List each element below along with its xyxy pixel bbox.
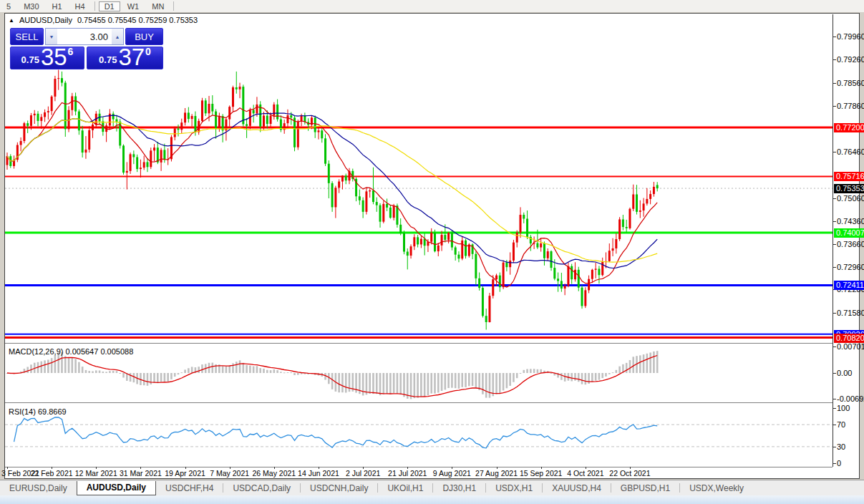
- date-axis-label: 7 May 2021: [210, 469, 249, 478]
- buy-price-display[interactable]: 0.75 37 0: [87, 47, 163, 69]
- price-axis-label: 0.77860: [837, 102, 864, 111]
- rsi-axis-label: 100: [837, 404, 850, 413]
- axis-tick: [833, 425, 836, 425]
- rsi-canvas[interactable]: [5, 404, 833, 467]
- axis-tick: [833, 37, 836, 37]
- date-axis-label: 27 Aug 2021: [475, 469, 518, 478]
- chart-tab-usdchf-h4[interactable]: USDCHF,H4: [156, 482, 223, 495]
- price-axis-label: 0.71580: [837, 309, 864, 318]
- rsi-axis-label: 0: [837, 459, 841, 468]
- axis-tick: [833, 59, 836, 60]
- axis-tick: [833, 346, 836, 347]
- date-axis-label: 12 Mar 2021: [75, 469, 117, 478]
- pane-splitter-2-highlight: [5, 403, 833, 404]
- chart-tab-usdcnh-daily[interactable]: USDCNH,Daily: [301, 482, 377, 495]
- chart-symbol-label: AUDUSD,Daily: [19, 16, 72, 24]
- macd-axis-label: 0.00: [837, 369, 852, 378]
- axis-tick: [833, 152, 836, 152]
- toolbar-separator: [173, 1, 174, 11]
- date-axis-label: 15 Sep 2021: [520, 469, 563, 478]
- axis-tick: [833, 313, 836, 314]
- timeframe-button-mn[interactable]: MN: [146, 1, 170, 11]
- timeframe-button-h1[interactable]: H1: [47, 1, 68, 11]
- date-axis-label: 2 Jul 2021: [346, 469, 380, 478]
- axis-tick: [833, 408, 836, 409]
- price-axis-label: 0.79960: [837, 32, 864, 42]
- timeframe-button-d1[interactable]: D1: [99, 1, 120, 11]
- sell-price-big-digits: 35: [41, 47, 67, 67]
- timeframe-button-w1[interactable]: W1: [122, 1, 145, 11]
- price-axis-label: 0.74360: [837, 217, 864, 226]
- chart-tab-ukoil-h1[interactable]: UKOil,H1: [378, 482, 432, 495]
- level-price-badge: 0.75716: [834, 172, 864, 181]
- volume-increase-icon[interactable]: ▲: [112, 29, 123, 44]
- buy-button[interactable]: BUY: [125, 28, 163, 45]
- date-axis-label: 31 Mar 2021: [120, 469, 162, 478]
- axis-tick: [833, 463, 836, 464]
- axis-tick: [833, 267, 836, 268]
- date-axis-label: 21 Jul 2021: [388, 469, 427, 478]
- date-axis-label: 26 May 2021: [252, 469, 296, 478]
- buy-price-big-digits: 37: [118, 47, 145, 67]
- axis-tick: [833, 373, 836, 374]
- price-axis-label: 0.73660: [837, 240, 864, 249]
- chart-tab-xauusd-h4[interactable]: XAUUSD,H4: [543, 482, 611, 495]
- date-axis-label: 9 Aug 2021: [433, 469, 471, 478]
- chart-tab-gbpusd-h1[interactable]: GBPUSD,H1: [611, 482, 679, 495]
- chart-bottom-border: [5, 467, 833, 467]
- rsi-axis-label: 30: [837, 442, 845, 452]
- toolbar-separator: [94, 1, 95, 11]
- buy-price-prefix: 0.75: [99, 54, 117, 65]
- price-axis-label: 0.75060: [837, 194, 864, 203]
- timeframe-toolbar: 5M30H1H4D1W1MN: [0, 0, 864, 12]
- level-price-badge: 0.72411: [834, 281, 864, 290]
- chart-tab-bar: EURUSD,DailyAUDUSD,DailyUSDCHF,H4USDCAD,…: [0, 480, 864, 495]
- bid-price-badge: 0.75353: [834, 184, 864, 193]
- axis-tick: [833, 447, 836, 447]
- price-axis-label: 0.78560: [837, 79, 864, 88]
- chart-tab-eurusd-daily[interactable]: EURUSD,Daily: [0, 482, 77, 495]
- rsi-axis-label: 70: [837, 420, 845, 430]
- axis-tick: [833, 106, 836, 107]
- chart-tab-usdx-h1[interactable]: USDX,H1: [486, 482, 542, 495]
- date-axis-label: 14 Jun 2021: [298, 469, 339, 478]
- date-axis-label: 22 Oct 2021: [609, 469, 650, 478]
- one-click-trading-panel: SELL ▼ ▲ BUY 0.75 35 6 0.75 37 0: [10, 28, 163, 69]
- macd-label: MACD(12,26,9) 0.005647 0.005088: [9, 347, 133, 356]
- macd-axis-label: -0.00692: [837, 394, 864, 404]
- chart-tab-usdcad-daily[interactable]: USDCAD,Daily: [223, 482, 300, 495]
- sell-price-pipette: 6: [68, 46, 74, 57]
- axis-tick: [833, 221, 836, 222]
- price-axis-label: 0.72960: [837, 263, 864, 272]
- chart-title: ▲ AUDUSD,Daily 0.75455 0.75545 0.75259 0…: [9, 16, 198, 24]
- chart-ohlc-values: 0.75455 0.75545 0.75259 0.75353: [77, 16, 198, 24]
- axis-tick: [833, 244, 836, 245]
- price-axis-label: 0.79260: [837, 55, 864, 64]
- axis-tick: [833, 198, 836, 199]
- timeframe-button-h4[interactable]: H4: [69, 1, 91, 11]
- timeframe-button-m30[interactable]: M30: [18, 1, 44, 11]
- level-price-badge: 0.74007: [834, 228, 864, 238]
- sell-button[interactable]: SELL: [10, 28, 44, 45]
- price-axis-label: 0.76460: [837, 147, 864, 157]
- timeframe-button-5[interactable]: 5: [1, 1, 16, 11]
- date-axis-label: 19 Apr 2021: [165, 469, 205, 478]
- chart-tab-dj30-h1[interactable]: DJ30,H1: [433, 482, 485, 495]
- level-price-badge: 0.77200: [834, 123, 864, 132]
- axis-tick: [833, 399, 836, 399]
- chart-tab-audusd-daily[interactable]: AUDUSD,Daily: [77, 481, 156, 495]
- sell-price-display[interactable]: 0.75 35 6: [10, 47, 84, 69]
- status-bar: [0, 495, 864, 504]
- chart-collapse-icon[interactable]: ▲: [9, 17, 14, 24]
- buy-price-pipette: 0: [145, 46, 151, 57]
- rsi-label: RSI(14) 69.8669: [9, 407, 67, 416]
- date-axis-label: 4 Oct 2021: [567, 469, 603, 478]
- volume-input[interactable]: [57, 29, 112, 44]
- level-price-badge: 0.70820: [834, 334, 864, 343]
- axis-tick: [833, 83, 836, 84]
- sell-price-prefix: 0.75: [21, 54, 39, 65]
- date-axis-label: 22 Feb 2021: [31, 469, 73, 478]
- volume-stepper[interactable]: ▼ ▲: [45, 28, 124, 45]
- chart-tab-usdx-weekly[interactable]: USDX,Weekly: [680, 482, 753, 495]
- volume-decrease-icon[interactable]: ▼: [46, 29, 57, 44]
